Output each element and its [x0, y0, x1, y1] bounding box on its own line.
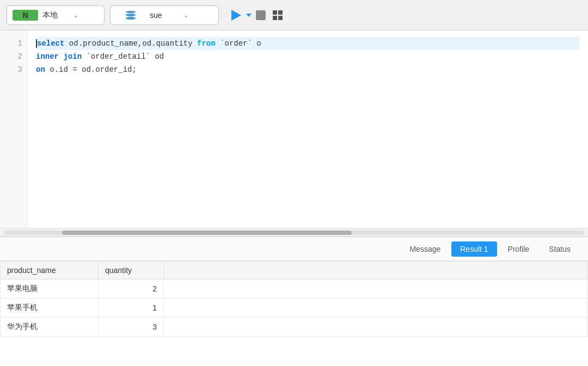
scrollbar-thumb[interactable]	[62, 231, 352, 235]
toolbar: N 本地 ⌄ sue ⌄	[0, 0, 588, 30]
keyword-inner: inner	[36, 52, 59, 61]
code-line-3: on o.id = od.order_id;	[36, 63, 579, 76]
code-area[interactable]: 1 2 3 select od.product_name,od.quantity…	[0, 30, 588, 228]
results-panel: Message Result 1 Profile Status product_…	[0, 237, 588, 366]
tab-status[interactable]: Status	[540, 241, 579, 257]
code-line-1: select od.product_name,od.quantity from …	[36, 37, 579, 50]
cell-quantity-3: 3	[99, 318, 164, 337]
cell-rest-2	[164, 299, 588, 318]
cell-rest-3	[164, 318, 588, 337]
col-header-product-name: product_name	[1, 262, 99, 280]
local-connection-dropdown[interactable]: N 本地 ⌄	[7, 5, 105, 25]
keyword-select: select	[37, 39, 64, 48]
table-row: 苹果手机 1	[1, 299, 588, 318]
code-line-2: inner join `order_detail` od	[36, 50, 579, 63]
code-text-5: o.id = od.order_id;	[45, 65, 137, 74]
cell-quantity-2: 1	[99, 299, 164, 318]
col-header-rest	[164, 262, 588, 280]
line-numbers: 1 2 3	[0, 30, 27, 228]
keyword-from: from	[197, 39, 216, 48]
run-button[interactable]	[229, 8, 252, 23]
horizontal-scrollbar[interactable]	[0, 228, 588, 237]
results-table[interactable]: product_name quantity 苹果电脑 2 苹果手机 1 华为手	[0, 261, 588, 366]
toolbar-actions	[229, 8, 285, 23]
local-icon: N	[13, 10, 38, 21]
db-label: sue	[150, 11, 179, 20]
tab-profile[interactable]: Profile	[499, 241, 538, 257]
tab-result1[interactable]: Result 1	[451, 241, 497, 257]
scrollbar-track	[4, 231, 584, 235]
table-row: 苹果电脑 2	[1, 280, 588, 299]
database-dropdown[interactable]: sue ⌄	[110, 5, 219, 25]
local-label: 本地	[42, 10, 68, 20]
database-icon	[116, 11, 145, 20]
data-table: product_name quantity 苹果电脑 2 苹果手机 1 华为手	[0, 261, 588, 337]
play-icon	[229, 8, 244, 23]
code-content[interactable]: select od.product_name,od.quantity from …	[27, 30, 588, 228]
cell-product-name-2: 苹果手机	[1, 299, 99, 318]
run-dropdown-arrow-icon	[246, 14, 252, 17]
cell-product-name-3: 华为手机	[1, 318, 99, 337]
code-text-2: `order` o	[216, 39, 261, 48]
col-header-quantity: quantity	[99, 262, 164, 280]
cell-rest-1	[164, 280, 588, 299]
local-chevron-icon: ⌄	[73, 11, 99, 19]
stop-button[interactable]	[256, 10, 266, 20]
cell-product-name-1: 苹果电脑	[1, 280, 99, 299]
code-text-4: `order_detail` od	[82, 52, 164, 61]
table-header-row: product_name quantity	[1, 262, 588, 280]
table-row: 华为手机 3	[1, 318, 588, 337]
cell-quantity-1: 2	[99, 280, 164, 299]
tab-message[interactable]: Message	[401, 241, 449, 257]
results-tabs: Message Result 1 Profile Status	[0, 237, 588, 261]
code-editor: 1 2 3 select od.product_name,od.quantity…	[0, 30, 588, 237]
grid-button[interactable]	[270, 8, 285, 23]
code-text: od.product_name,od.quantity	[64, 39, 197, 48]
keyword-on: on	[36, 65, 45, 74]
db-chevron-icon: ⌄	[183, 11, 213, 19]
grid-icon	[273, 10, 283, 20]
keyword-join: join	[63, 52, 82, 61]
